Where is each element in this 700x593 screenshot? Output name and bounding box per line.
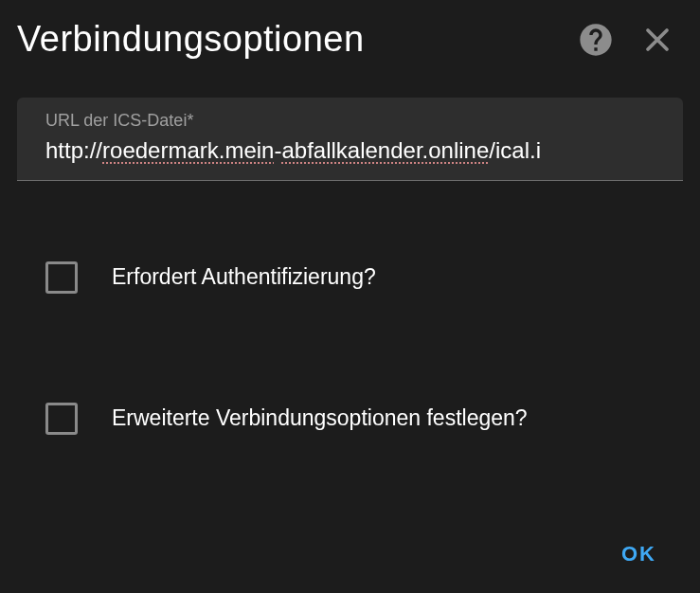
header-actions [577,21,672,59]
help-icon [577,21,615,59]
help-button[interactable] [577,21,615,59]
url-spell2: abfallkalender.online [281,137,489,163]
url-input-label: URL der ICS-Datei* [45,111,655,131]
ok-button[interactable]: OK [610,534,668,574]
advanced-checkbox-label: Erweiterte Verbindungsoptionen festlegen… [112,405,528,431]
close-icon [643,26,672,54]
dialog-actions: OK [610,534,668,574]
auth-checkbox-row: Erfordert Authentifizierung? [0,261,700,294]
url-spell1: roedermark.mein [102,137,274,163]
url-suffix: /ical.i [489,137,541,163]
advanced-checkbox-row: Erweiterte Verbindungsoptionen festlegen… [0,403,700,435]
url-prefix: http:// [45,137,102,163]
auth-checkbox[interactable] [45,261,78,294]
advanced-checkbox[interactable] [45,403,78,435]
url-input-value: http://roedermark.mein-abfallkalender.on… [45,135,655,167]
dialog-header: Verbindungsoptionen [0,0,700,69]
url-input[interactable]: URL der ICS-Datei* http://roedermark.mei… [17,98,683,181]
dialog-title: Verbindungsoptionen [17,19,577,60]
auth-checkbox-label: Erfordert Authentifizierung? [112,264,376,290]
close-button[interactable] [643,26,672,54]
